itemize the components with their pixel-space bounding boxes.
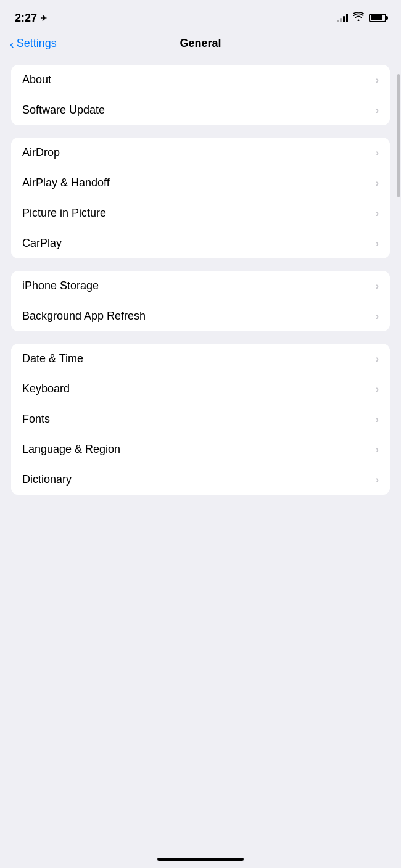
settings-label-fonts: Fonts [22, 413, 50, 426]
status-icons [337, 12, 386, 23]
settings-row-software-update[interactable]: Software Update › [11, 95, 390, 125]
settings-group-4: Date & Time › Keyboard › Fonts › Languag… [11, 344, 390, 495]
settings-label-dictionary: Dictionary [22, 473, 72, 486]
settings-row-picture-in-picture[interactable]: Picture in Picture › [11, 198, 390, 228]
chevron-icon-fonts: › [376, 414, 379, 425]
settings-label-airdrop: AirDrop [22, 146, 60, 159]
battery-icon [369, 14, 386, 22]
chevron-icon-picture-in-picture: › [376, 208, 379, 219]
settings-label-airplay-handoff: AirPlay & Handoff [22, 176, 110, 189]
settings-row-language-region[interactable]: Language & Region › [11, 434, 390, 465]
page-title: General [180, 37, 221, 50]
location-icon: ✈︎ [40, 14, 47, 23]
chevron-icon-iphone-storage: › [376, 281, 379, 292]
status-time: 2:27 ✈︎ [15, 12, 47, 25]
settings-label-background-app-refresh: Background App Refresh [22, 310, 146, 323]
settings-label-iphone-storage: iPhone Storage [22, 279, 99, 292]
settings-row-carplay[interactable]: CarPlay › [11, 228, 390, 258]
time-display: 2:27 [15, 12, 37, 25]
settings-label-software-update: Software Update [22, 104, 105, 117]
settings-row-about[interactable]: About › [11, 65, 390, 95]
chevron-icon-language-region: › [376, 444, 379, 455]
scroll-indicator[interactable] [397, 74, 400, 197]
wifi-icon [353, 12, 364, 23]
nav-bar: ‹ Settings General [0, 32, 401, 60]
settings-label-date-time: Date & Time [22, 352, 83, 365]
settings-group-1: About › Software Update › [11, 65, 390, 125]
chevron-icon-airplay-handoff: › [376, 178, 379, 189]
back-button[interactable]: ‹ Settings [10, 37, 57, 50]
chevron-icon-software-update: › [376, 105, 379, 116]
back-label: Settings [17, 37, 57, 50]
chevron-icon-background-app-refresh: › [376, 311, 379, 322]
settings-row-iphone-storage[interactable]: iPhone Storage › [11, 271, 390, 301]
settings-label-language-region: Language & Region [22, 443, 120, 456]
settings-row-date-time[interactable]: Date & Time › [11, 344, 390, 374]
chevron-icon-keyboard: › [376, 384, 379, 395]
chevron-icon-dictionary: › [376, 474, 379, 486]
chevron-icon-date-time: › [376, 353, 379, 365]
back-chevron-icon: ‹ [10, 38, 14, 50]
settings-label-carplay: CarPlay [22, 237, 62, 250]
settings-row-dictionary[interactable]: Dictionary › [11, 465, 390, 495]
settings-row-background-app-refresh[interactable]: Background App Refresh › [11, 301, 390, 331]
content-area: About › Software Update › AirDrop › AirP… [0, 60, 401, 512]
settings-row-airdrop[interactable]: AirDrop › [11, 138, 390, 168]
settings-row-airplay-handoff[interactable]: AirPlay & Handoff › [11, 168, 390, 198]
settings-group-3: iPhone Storage › Background App Refresh … [11, 271, 390, 331]
status-bar: 2:27 ✈︎ [0, 0, 401, 32]
chevron-icon-carplay: › [376, 238, 379, 249]
signal-strength-icon [337, 14, 348, 22]
settings-label-keyboard: Keyboard [22, 382, 70, 395]
home-indicator [157, 858, 244, 861]
settings-label-picture-in-picture: Picture in Picture [22, 207, 106, 220]
settings-label-about: About [22, 73, 51, 86]
settings-row-keyboard[interactable]: Keyboard › [11, 374, 390, 404]
chevron-icon-about: › [376, 75, 379, 86]
chevron-icon-airdrop: › [376, 147, 379, 159]
settings-row-fonts[interactable]: Fonts › [11, 404, 390, 434]
settings-group-2: AirDrop › AirPlay & Handoff › Picture in… [11, 138, 390, 258]
